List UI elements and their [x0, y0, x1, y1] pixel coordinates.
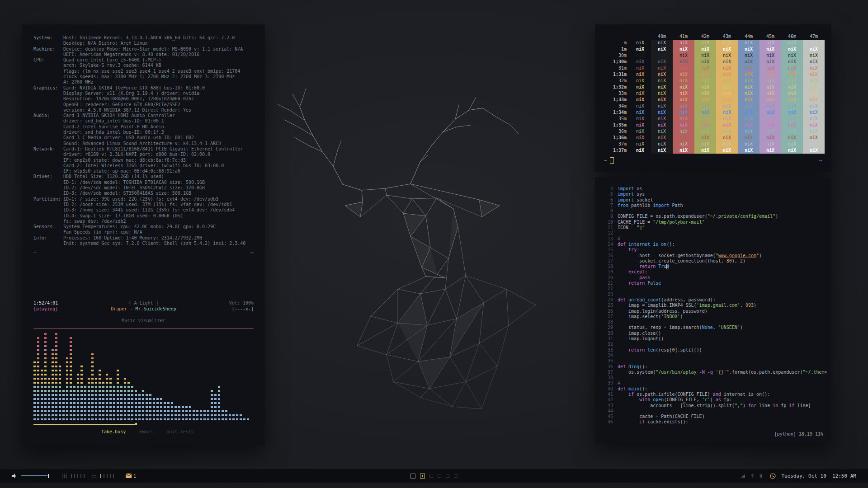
- visualizer-bar: [41, 367, 43, 420]
- code-line: 40def main():: [601, 386, 825, 392]
- sysinfo-line: CPU:Quad core Intel Core i5-6400 (-MCP-): [33, 57, 254, 63]
- visualizer-bar: [95, 375, 97, 420]
- visualizer-bar: [200, 408, 202, 420]
- divider: [33, 328, 254, 328]
- visualizer-bar: [207, 408, 209, 420]
- code-line: 24def unread_count(address, password):: [601, 297, 825, 303]
- sysinfo-line: IF: wlp3s0 state: up mac: 08:d4:0c:68:91…: [33, 169, 254, 174]
- track-channel: Mr.SuicideSheep: [135, 306, 176, 311]
- track-artist: Draper: [111, 306, 127, 311]
- code-line: 21 return False: [601, 281, 825, 286]
- color-table-row: 1;32mniXniXniXniXniXniXniXniXniX: [604, 84, 822, 90]
- color-table-header: 40m41m42m43m44m45m46m47m: [604, 33, 822, 40]
- stat-bars-module[interactable]: [100, 474, 114, 478]
- visualizer-bar: [124, 375, 126, 420]
- terminal-cursor: [610, 157, 614, 164]
- visualizer-bar: [203, 408, 206, 420]
- sysinfo-line: UEFI: American Megatrends v: 8.40 date: …: [33, 52, 254, 57]
- color-table-row: 36mniXniXniXniXniXniXniXniXniX: [604, 128, 822, 135]
- visualizer-bar: [171, 400, 173, 420]
- code-line: 10CACHE_FILE = "/tmp/polybar-mail": [601, 220, 825, 225]
- volume-slider-handle[interactable]: [48, 474, 49, 478]
- sysinfo-line: Sensors:System Temperatures: cpu: 42.0C …: [33, 224, 254, 230]
- visualizer-bar: [175, 404, 177, 420]
- network-signal-icon[interactable]: [741, 474, 745, 478]
- sysinfo-line: driver: snd_hda_intel bus-ID: 00:1f.3: [33, 130, 254, 135]
- code-buffer[interactable]: 4import os5import sys6import socket7from…: [601, 186, 825, 425]
- code-line: 30 imap.close(): [601, 331, 825, 336]
- visualizer-bar: [153, 396, 155, 420]
- colortest-prompt-line[interactable]: — ∾: [604, 157, 822, 164]
- code-line: 42 with open(CONFIG_FILE, 'r') as fp:: [601, 397, 825, 403]
- tab-emacs[interactable]: emacs: [139, 429, 153, 434]
- grid-icon[interactable]: [92, 474, 97, 479]
- code-line: 41 if os.path.isfile(CONFIG_FILE) and in…: [601, 392, 825, 397]
- visualizer-bar: [164, 400, 166, 420]
- visualizer-bar: [232, 412, 235, 420]
- code-line: 46 if cache.exists():: [601, 419, 825, 425]
- colortest-terminal-window[interactable]: 40m41m42m43m44m45m46m47mmniXniXniXniXniX…: [595, 24, 831, 172]
- tab-fake-busy[interactable]: fake-busy: [101, 429, 126, 434]
- volume-slider[interactable]: [21, 475, 47, 476]
- code-line: 11ICON = "▯": [601, 225, 825, 230]
- visualizer-bar: [236, 412, 238, 420]
- workspace-3[interactable]: [429, 474, 433, 478]
- sysinfo-line: ID-4: swap-1 size: 17.18GB used: 0.00GB …: [33, 213, 254, 219]
- mail-module[interactable]: 1: [126, 474, 136, 479]
- player-tabs: fake-busyemacsunit-tests: [101, 429, 254, 434]
- visualizer-bar: [109, 375, 112, 420]
- workspace-2[interactable]: [420, 474, 425, 479]
- color-table-row: 1mniXniXniXniXniXniXniXniXniX: [604, 46, 822, 52]
- visualizer-bar: [52, 347, 54, 420]
- color-table-row: 33mniXniXniXniXniXniXniXniXniX: [604, 90, 822, 97]
- code-line: 37 os.system("/usr/bin/aplay -N -q '{}'"…: [601, 370, 825, 375]
- bar-right-modules: Tuesday, Oct 10 12:50 AM: [741, 473, 856, 479]
- visualizer-bar: [240, 412, 242, 420]
- sysinfo-line: Info:Processes: 160 Uptime: 1:40 Memory:…: [33, 235, 254, 241]
- editor-statusline: [python] 18,19 11%: [774, 432, 823, 436]
- visualizer-bar: [62, 388, 65, 420]
- workspace-1[interactable]: [410, 474, 415, 479]
- visualizer-bar: [222, 408, 224, 420]
- clock-icon[interactable]: [770, 473, 776, 479]
- sysinfo-line: driver: snd_hda_intel bus-ID: 01:00.1: [33, 118, 254, 124]
- code-line: 9CONFIG_FILE = os.path.expanduser("~/.pr…: [601, 214, 825, 219]
- shell-prompt: —: [604, 157, 614, 164]
- color-table-row: 1;36mniXniXniXniXniXniXniXniXniX: [604, 135, 822, 141]
- visualizer-bar: [117, 367, 119, 420]
- sysinfo-line: ID-3: /home size: 344G used: 112G (35%) …: [33, 207, 254, 213]
- sysinfo-line: Card-2 Intel Sunrise Point-H HD Audio: [33, 124, 254, 130]
- sysinfo-line: fs: swap dev: /dev/sdb2: [33, 219, 254, 224]
- visualizer-bar: [196, 408, 198, 420]
- sysinfo-line: flags: (lm nx sse sse2 sse3 sse4_1 sse4_…: [33, 69, 254, 74]
- color-table-row: 1;37mniXniXniXniXniXniXniXniXniX: [604, 147, 822, 154]
- workspace-6[interactable]: [454, 474, 458, 478]
- bluetooth-icon[interactable]: [759, 474, 763, 479]
- workspace-5[interactable]: [446, 474, 449, 478]
- visualizer-title: Music visualizer: [33, 318, 254, 324]
- tab-unit-tests[interactable]: unit-tests: [166, 429, 193, 434]
- visualizer-bar: [167, 400, 170, 420]
- visualizer-bar: [73, 384, 75, 420]
- song-progress-bar[interactable]: [33, 423, 254, 426]
- visualizer-bar: [214, 392, 217, 420]
- sysinfo-terminal-window[interactable]: System:Host: halimede Kernel: 4.13.4-1-A…: [22, 24, 265, 446]
- upload-arrow-icon[interactable]: [750, 474, 755, 478]
- visualizer-bar: [48, 375, 50, 420]
- visualizer-bar: [59, 363, 61, 420]
- code-line: 23: [601, 292, 825, 297]
- code-line: 22: [601, 286, 825, 291]
- sysinfo-line: OpenGL: renderer: GeForce GTX 680/PCIe/S…: [33, 102, 254, 108]
- code-line: 28: [601, 319, 825, 325]
- grid-icon[interactable]: [62, 474, 67, 479]
- speaker-icon[interactable]: [12, 473, 17, 479]
- visualizer-bar: [189, 404, 191, 420]
- code-editor-window[interactable]: 4import os5import sys6import socket7from…: [595, 177, 831, 443]
- visualizer-bar: [37, 335, 39, 420]
- datetime[interactable]: Tuesday, Oct 10 12:50 AM: [781, 473, 856, 479]
- mail-count: 1: [133, 474, 136, 479]
- stat-bars-module[interactable]: [71, 474, 85, 478]
- workspace-4[interactable]: [438, 474, 441, 478]
- sysinfo-prompt-line[interactable]: — ∾: [33, 250, 254, 255]
- color-table-row: 1;33mniXniXniXniXniXniXniXniXniX: [604, 97, 822, 103]
